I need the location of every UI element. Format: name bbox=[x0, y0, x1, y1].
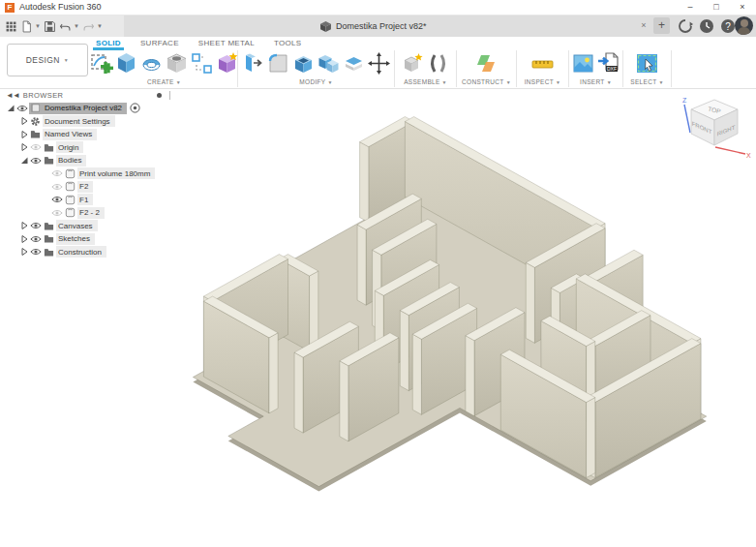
visibility-off-icon[interactable] bbox=[51, 168, 63, 178]
visibility-on-icon[interactable] bbox=[30, 247, 42, 257]
save-icon[interactable] bbox=[44, 20, 56, 33]
tree-row[interactable]: Document Settings bbox=[2, 115, 172, 129]
maximize-button[interactable]: □ bbox=[703, 0, 730, 15]
visibility-on-icon[interactable] bbox=[16, 104, 28, 113]
visibility-on-icon[interactable] bbox=[30, 221, 42, 230]
job-status-icon[interactable] bbox=[698, 17, 715, 35]
revolve-icon[interactable] bbox=[139, 51, 164, 76]
tree-row[interactable]: Domestika Project v82 bbox=[2, 102, 172, 115]
fillet-icon[interactable] bbox=[266, 51, 290, 76]
tree-row[interactable]: Canvases bbox=[2, 220, 172, 233]
visibility-on-icon[interactable] bbox=[30, 156, 42, 166]
redo-icon[interactable] bbox=[82, 20, 95, 33]
window-title: Autodesk Fusion 360 bbox=[19, 2, 102, 12]
group-dropdown-inspect[interactable]: INSPECT▼ bbox=[525, 76, 561, 87]
tree-row[interactable]: Construction bbox=[2, 246, 172, 259]
expand-icon[interactable] bbox=[19, 247, 29, 257]
pattern-icon[interactable] bbox=[190, 51, 214, 76]
construct-plane-icon[interactable] bbox=[474, 51, 499, 76]
tree-row[interactable]: F2 - 2 bbox=[2, 206, 172, 220]
fusion-logo-icon: F bbox=[5, 3, 15, 13]
visibility-off-icon[interactable] bbox=[30, 142, 42, 152]
collapse-icon[interactable] bbox=[19, 156, 29, 166]
sync-icon[interactable] bbox=[677, 17, 694, 35]
z-axis bbox=[684, 105, 690, 133]
panel-menu-icon[interactable] bbox=[157, 93, 162, 98]
body-icon bbox=[65, 195, 76, 205]
tree-item-label: F2 - 2 bbox=[77, 207, 105, 219]
minimize-button[interactable]: – bbox=[677, 0, 704, 15]
collapse-panel-icon[interactable]: ◄◄ bbox=[6, 91, 19, 100]
visibility-off-icon[interactable] bbox=[51, 182, 63, 192]
browser-panel: ◄◄ BROWSER Domestika Project v82Document… bbox=[2, 89, 172, 258]
chevron-down-icon: ▼ bbox=[327, 79, 332, 85]
chevron-down-icon: ▼ bbox=[74, 23, 79, 29]
press-pull-icon[interactable] bbox=[241, 51, 265, 76]
tree-row[interactable]: F1 bbox=[2, 194, 172, 207]
form-icon[interactable] bbox=[215, 51, 239, 76]
hole-icon[interactable] bbox=[165, 51, 189, 76]
tab-tools[interactable]: TOOLS bbox=[271, 38, 304, 50]
view-cube[interactable]: TOP FRONT RIGHT Z X bbox=[676, 92, 753, 166]
select-box-icon[interactable] bbox=[635, 51, 659, 76]
user-avatar[interactable] bbox=[735, 16, 753, 35]
combine-icon[interactable] bbox=[317, 51, 341, 76]
panel-divider bbox=[169, 91, 170, 100]
tree-row[interactable]: Print volume 180mm bbox=[2, 167, 172, 181]
new-component-icon[interactable] bbox=[401, 51, 425, 76]
group-dropdown-create[interactable]: CREATE▼ bbox=[147, 76, 181, 87]
tree-row[interactable]: Origin bbox=[2, 141, 172, 155]
group-dropdown-insert[interactable]: INSERT▼ bbox=[580, 76, 612, 87]
extrude-icon[interactable] bbox=[114, 51, 138, 76]
group-dropdown-assemble[interactable]: ASSEMBLE▼ bbox=[404, 76, 447, 87]
tree-item-label: Named Views bbox=[43, 129, 97, 140]
folder-icon bbox=[44, 155, 54, 166]
tree-item-label: Canvases bbox=[56, 220, 98, 231]
tree-row[interactable]: Sketches bbox=[2, 232, 172, 246]
file-new-icon[interactable] bbox=[20, 20, 33, 33]
data-panel-grid-icon[interactable] bbox=[5, 20, 17, 33]
group-dropdown-select[interactable]: SELECT▼ bbox=[630, 76, 663, 87]
split-icon[interactable] bbox=[342, 51, 366, 76]
close-button[interactable]: × bbox=[729, 0, 756, 15]
create-sketch-icon[interactable] bbox=[89, 51, 113, 76]
folder-icon bbox=[44, 247, 54, 258]
document-title: Domestika Project v82* bbox=[336, 21, 427, 31]
chevron-down-icon: ▼ bbox=[607, 79, 612, 85]
new-tab-button[interactable]: + bbox=[653, 17, 670, 34]
tree-row[interactable]: Bodies bbox=[2, 154, 172, 167]
canvas-icon[interactable] bbox=[571, 51, 595, 76]
tree-row[interactable]: Named Views bbox=[2, 128, 172, 141]
document-tab[interactable]: Domestika Project v82* bbox=[319, 15, 427, 37]
visibility-off-icon[interactable] bbox=[51, 208, 63, 218]
group-dropdown-construct[interactable]: CONSTRUCT▼ bbox=[462, 76, 511, 87]
expand-icon[interactable] bbox=[19, 130, 29, 139]
undo-icon[interactable] bbox=[59, 20, 72, 33]
tab-surface[interactable]: SURFACE bbox=[137, 38, 182, 50]
z-axis-label: Z bbox=[682, 97, 687, 104]
visibility-on-icon[interactable] bbox=[30, 234, 42, 244]
activate-component-radio[interactable] bbox=[130, 103, 140, 113]
tab-sheet-metal[interactable]: SHEET METAL bbox=[196, 38, 257, 50]
chevron-down-icon: ▼ bbox=[35, 23, 41, 29]
insert-dxf-icon[interactable]: DXF bbox=[596, 51, 620, 76]
measure-icon[interactable] bbox=[530, 51, 555, 76]
expand-icon[interactable] bbox=[19, 234, 29, 244]
ribbon-group-select: SELECT▼ bbox=[623, 50, 672, 87]
move-icon[interactable] bbox=[367, 51, 391, 76]
workspace-selector[interactable]: DESIGN ▼ bbox=[7, 44, 88, 76]
group-dropdown-modify[interactable]: MODIFY▼ bbox=[299, 76, 332, 87]
expand-icon[interactable] bbox=[19, 116, 29, 126]
body-icon bbox=[65, 168, 76, 179]
visibility-on-icon[interactable] bbox=[51, 195, 63, 204]
joint-icon[interactable] bbox=[426, 51, 450, 76]
tree-row[interactable]: F2 bbox=[2, 180, 172, 194]
expand-icon[interactable] bbox=[19, 142, 29, 152]
tree-item-label: F2 bbox=[77, 181, 93, 193]
shell-icon[interactable] bbox=[291, 51, 316, 76]
close-tab-button[interactable]: × bbox=[637, 18, 650, 32]
expand-icon[interactable] bbox=[19, 221, 29, 230]
svg-text:DXF: DXF bbox=[607, 66, 617, 72]
collapse-icon[interactable] bbox=[6, 104, 15, 113]
tab-solid[interactable]: SOLID bbox=[93, 38, 124, 50]
